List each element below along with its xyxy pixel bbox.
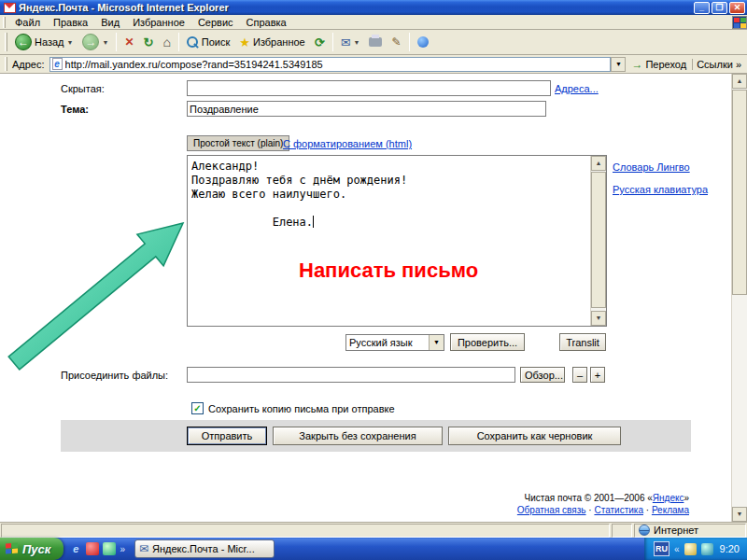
mail-button[interactable]: ✉ ▼ — [336, 33, 365, 52]
scroll-up-button[interactable]: ▲ — [591, 156, 606, 171]
menu-bar: Файл Правка Вид Избранное Сервис Справка — [0, 15, 747, 30]
menu-item-favorites[interactable]: Избранное — [126, 16, 191, 29]
print-icon — [369, 37, 382, 47]
ads-link[interactable]: Реклама — [652, 505, 689, 515]
favorites-button[interactable]: ★ Избранное — [234, 33, 309, 52]
menu-item-edit[interactable]: Правка — [47, 16, 94, 29]
subject-input[interactable] — [187, 101, 546, 117]
mail-icon: ✉ — [341, 35, 351, 49]
scroll-down-button[interactable]: ▼ — [591, 311, 606, 326]
address-label: Адрес: — [10, 59, 49, 70]
start-button[interactable]: Пуск — [0, 538, 63, 560]
save-copy-label: Сохранить копию письма при отправке — [208, 403, 395, 414]
toolbar-grip — [5, 57, 7, 71]
go-button[interactable]: → Переход — [626, 58, 692, 71]
bcc-input[interactable] — [187, 80, 551, 96]
status-bar: Интернет — [0, 522, 747, 538]
links-chevron-icon: » — [736, 59, 741, 70]
history-button[interactable]: ⟳ — [310, 33, 330, 52]
textarea-scrollbar[interactable]: ▲ ▼ — [590, 156, 606, 326]
search-button[interactable]: Поиск — [182, 34, 234, 51]
add-attachment-button[interactable]: + — [590, 367, 605, 383]
message-body-textarea[interactable]: Александр! Поздравляю тебя с днём рожден… — [187, 155, 607, 327]
links-toolbar[interactable]: Ссылки » — [692, 59, 745, 70]
address-bar: Адрес: e http://mail.yandex.ru/compose?r… — [0, 55, 747, 74]
page-footer: Чистая почта © 2001—2006 «Яндекс» Обратн… — [372, 492, 689, 516]
language-indicator[interactable]: RU — [654, 541, 669, 556]
spellcheck-language-select[interactable]: Русский язык ▼ — [345, 334, 444, 351]
mail-dropdown-icon[interactable]: ▼ — [354, 39, 360, 46]
menu-item-help[interactable]: Справка — [240, 16, 293, 29]
lingvo-dictionary-link[interactable]: Словарь Лингво — [613, 161, 690, 173]
back-button[interactable]: ← Назад ▼ — [10, 31, 78, 53]
address-dropdown-button[interactable]: ▼ — [611, 57, 626, 72]
close-button[interactable]: ✕ — [729, 2, 745, 14]
tray-icon[interactable] — [701, 543, 713, 555]
save-copy-checkbox[interactable]: ✓ — [191, 402, 204, 414]
address-url: http://mail.yandex.ru/compose?rand=35194… — [65, 59, 323, 70]
standard-buttons-toolbar: ← Назад ▼ → ▼ ✕ ↻ ⌂ Поиск ★ Избранное ⟳ — [0, 30, 747, 55]
quick-launch-icon[interactable] — [103, 542, 116, 555]
search-label: Поиск — [202, 36, 230, 48]
refresh-button[interactable]: ↻ — [138, 33, 158, 52]
footer-copy-prefix: Чистая почта © 2001—2006 « — [525, 493, 653, 503]
attach-file-input[interactable] — [187, 367, 515, 383]
toolbar-separator — [178, 33, 179, 51]
feedback-link[interactable]: Обратная связь — [517, 505, 586, 515]
tray-icon[interactable] — [684, 543, 697, 555]
forward-dropdown-icon[interactable]: ▼ — [102, 39, 108, 46]
stop-button[interactable]: ✕ — [120, 33, 138, 51]
home-icon: ⌂ — [162, 35, 170, 49]
yandex-link[interactable]: Яндекс — [653, 493, 684, 503]
addresses-link[interactable]: Адреса... — [555, 83, 599, 94]
favorites-label: Избранное — [253, 36, 305, 48]
remove-attachment-button[interactable]: – — [572, 367, 587, 383]
menu-item-file[interactable]: Файл — [8, 16, 47, 29]
close-without-saving-button[interactable]: Закрыть без сохранения — [273, 427, 443, 445]
favorites-star-icon: ★ — [239, 35, 250, 49]
edit-button[interactable]: ✎ — [387, 33, 405, 51]
page-scroll-down-button[interactable]: ▼ — [732, 507, 747, 522]
toolbar-separator — [116, 33, 117, 51]
home-button[interactable]: ⌂ — [158, 32, 175, 52]
messenger-button[interactable] — [413, 34, 433, 50]
print-button[interactable] — [364, 35, 387, 49]
address-input[interactable]: e http://mail.yandex.ru/compose?rand=351… — [49, 57, 612, 72]
back-dropdown-icon[interactable]: ▼ — [67, 39, 74, 46]
menu-item-view[interactable]: Вид — [94, 16, 126, 29]
tray-chevron-icon[interactable]: « — [674, 544, 680, 554]
taskbar-clock: 9:20 — [718, 543, 740, 554]
menu-item-tools[interactable]: Сервис — [191, 16, 240, 29]
save-as-draft-button[interactable]: Сохранить как черновик — [448, 427, 621, 445]
tab-plain-text[interactable]: Простой текст (plain) — [187, 135, 289, 151]
spellcheck-button[interactable]: Проверить... — [450, 333, 525, 351]
translit-button[interactable]: Translit — [559, 333, 606, 351]
page-scrollbar[interactable]: ▲ ▼ — [731, 74, 747, 522]
page-scroll-thumb[interactable] — [732, 90, 747, 295]
taskbar-task-button[interactable]: ✉ Яндекс.Почта - Micr... — [134, 539, 275, 558]
statistics-link[interactable]: Статистика — [594, 505, 643, 515]
history-icon: ⟳ — [315, 35, 325, 49]
links-label: Ссылки — [697, 59, 733, 70]
russian-keyboard-link[interactable]: Русская клавиатура — [613, 184, 708, 195]
toolbar-separator — [332, 33, 333, 51]
quick-launch-chevron-icon[interactable]: » — [120, 544, 125, 554]
minimize-button[interactable]: _ — [694, 2, 710, 14]
status-spacer-segment — [612, 524, 632, 538]
send-button[interactable]: Отправить — [187, 427, 267, 445]
maximize-button[interactable]: ❐ — [712, 2, 727, 14]
scroll-thumb[interactable] — [591, 172, 606, 308]
browse-button[interactable]: Обзор... — [520, 367, 565, 383]
search-icon — [187, 36, 199, 49]
title-bar: Яндекс.Почта - Microsoft Internet Explor… — [0, 0, 747, 15]
task-mail-icon: ✉ — [139, 542, 148, 555]
selected-language: Русский язык — [346, 337, 429, 348]
quick-launch-icon[interactable] — [86, 542, 99, 555]
message-body-text: Александр! Поздравляю тебя с днём рожден… — [191, 160, 586, 322]
quick-launch-ie-icon[interactable]: e — [69, 542, 82, 555]
select-dropdown-icon[interactable]: ▼ — [429, 335, 444, 350]
ie-page-icon: e — [52, 58, 63, 70]
tab-html-format[interactable]: С форматированием (html) — [283, 138, 412, 149]
forward-button[interactable]: → ▼ — [78, 31, 113, 53]
page-scroll-up-button[interactable]: ▲ — [732, 74, 747, 89]
